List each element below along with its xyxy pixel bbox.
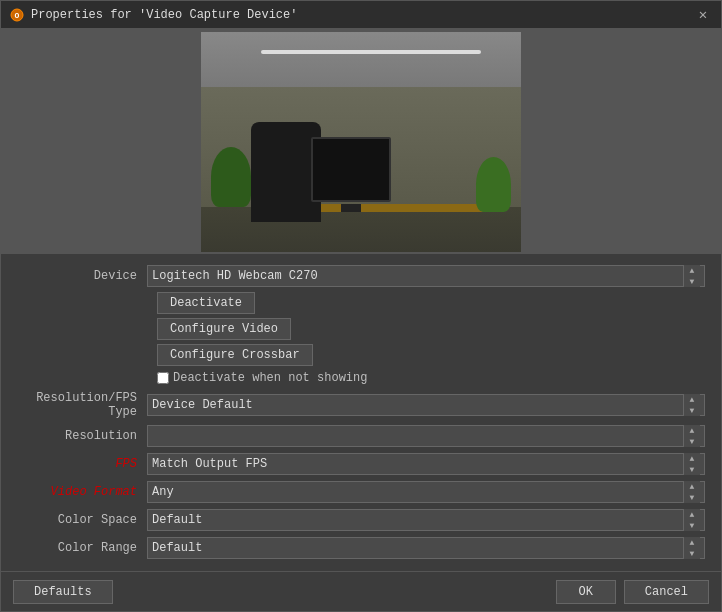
res-fps-arrow-up[interactable]: ▲ [684, 394, 700, 405]
resolution-select[interactable]: ▲ ▼ [147, 425, 705, 447]
video-format-control: Any ▲ ▼ [147, 481, 705, 503]
device-select-value: Logitech HD Webcam C270 [152, 269, 683, 283]
device-label: Device [17, 269, 147, 283]
preview-ceiling [201, 32, 521, 92]
resolution-control: ▲ ▼ [147, 425, 705, 447]
deactivate-when-showing-label: Deactivate when not showing [173, 371, 367, 385]
defaults-button[interactable]: Defaults [13, 580, 113, 604]
color-range-arrow-up[interactable]: ▲ [684, 537, 700, 548]
device-row: Device Logitech HD Webcam C270 ▲ ▼ [1, 262, 721, 290]
video-format-select[interactable]: Any ▲ ▼ [147, 481, 705, 503]
resolution-arrows: ▲ ▼ [683, 425, 700, 447]
deactivate-checkbox-row: Deactivate when not showing [141, 368, 721, 388]
fps-label: FPS [17, 457, 147, 471]
configure-video-button[interactable]: Configure Video [157, 318, 291, 340]
video-format-label: Video Format [17, 485, 147, 499]
resolution-label: Resolution [17, 429, 147, 443]
window-title: Properties for 'Video Capture Device' [31, 8, 693, 22]
color-range-arrows: ▲ ▼ [683, 537, 700, 559]
preview-monitor [311, 137, 391, 202]
configure-crossbar-row: Configure Crossbar [141, 342, 721, 368]
cancel-button[interactable]: Cancel [624, 580, 709, 604]
deactivate-row: Deactivate [141, 290, 721, 316]
resolution-row: Resolution ▲ ▼ [1, 422, 721, 450]
device-select-arrows: ▲ ▼ [683, 265, 700, 287]
color-range-control: Default ▲ ▼ [147, 537, 705, 559]
video-format-arrow-up[interactable]: ▲ [684, 481, 700, 492]
color-space-control: Default ▲ ▼ [147, 509, 705, 531]
color-range-select[interactable]: Default ▲ ▼ [147, 537, 705, 559]
deactivate-when-showing-checkbox[interactable] [157, 372, 169, 384]
video-preview [201, 32, 521, 252]
configure-crossbar-button[interactable]: Configure Crossbar [157, 344, 313, 366]
fps-value: Match Output FPS [152, 457, 683, 471]
configure-video-row: Configure Video [141, 316, 721, 342]
svg-text:O: O [15, 11, 20, 20]
res-fps-arrow-down[interactable]: ▼ [684, 405, 700, 416]
bottom-right-buttons: OK Cancel [556, 580, 709, 604]
deactivate-button[interactable]: Deactivate [157, 292, 255, 314]
color-space-row: Color Space Default ▲ ▼ [1, 506, 721, 534]
preview-plant-right [476, 157, 511, 212]
resolution-arrow-up[interactable]: ▲ [684, 425, 700, 436]
video-format-value: Any [152, 485, 683, 499]
color-space-arrow-down[interactable]: ▼ [684, 520, 700, 531]
color-range-value: Default [152, 541, 683, 555]
preview-plant-left [211, 147, 251, 207]
fps-control: Match Output FPS ▲ ▼ [147, 453, 705, 475]
color-range-arrow-down[interactable]: ▼ [684, 548, 700, 559]
fps-arrow-down[interactable]: ▼ [684, 464, 700, 475]
color-space-select[interactable]: Default ▲ ▼ [147, 509, 705, 531]
video-preview-area [1, 29, 721, 254]
resolution-fps-type-select[interactable]: Device Default ▲ ▼ [147, 394, 705, 416]
color-range-row: Color Range Default ▲ ▼ [1, 534, 721, 562]
video-format-row: Video Format Any ▲ ▼ [1, 478, 721, 506]
device-control: Logitech HD Webcam C270 ▲ ▼ [147, 265, 705, 287]
resolution-fps-type-label: Resolution/FPS Type [17, 391, 147, 419]
video-format-arrow-down[interactable]: ▼ [684, 492, 700, 503]
device-select[interactable]: Logitech HD Webcam C270 ▲ ▼ [147, 265, 705, 287]
video-format-arrows: ▲ ▼ [683, 481, 700, 503]
close-button[interactable]: ✕ [693, 5, 713, 25]
ok-button[interactable]: OK [556, 580, 616, 604]
properties-window: O Properties for 'Video Capture Device' … [0, 0, 722, 612]
fps-row: FPS Match Output FPS ▲ ▼ [1, 450, 721, 478]
titlebar: O Properties for 'Video Capture Device' … [1, 1, 721, 29]
fps-arrows: ▲ ▼ [683, 453, 700, 475]
resolution-fps-type-value: Device Default [152, 398, 683, 412]
fps-arrow-up[interactable]: ▲ [684, 453, 700, 464]
resolution-fps-type-row: Resolution/FPS Type Device Default ▲ ▼ [1, 388, 721, 422]
color-space-value: Default [152, 513, 683, 527]
content-area: Device Logitech HD Webcam C270 ▲ ▼ Deact… [1, 254, 721, 571]
color-space-label: Color Space [17, 513, 147, 527]
resolution-arrow-down[interactable]: ▼ [684, 436, 700, 447]
bottom-bar: Defaults OK Cancel [1, 571, 721, 611]
app-icon: O [9, 7, 25, 23]
fps-select[interactable]: Match Output FPS ▲ ▼ [147, 453, 705, 475]
preview-light [261, 50, 481, 54]
resolution-fps-type-arrows: ▲ ▼ [683, 394, 700, 416]
color-space-arrows: ▲ ▼ [683, 509, 700, 531]
device-arrow-down[interactable]: ▼ [684, 276, 700, 287]
color-space-arrow-up[interactable]: ▲ [684, 509, 700, 520]
color-range-label: Color Range [17, 541, 147, 555]
device-arrow-up[interactable]: ▲ [684, 265, 700, 276]
resolution-fps-type-control: Device Default ▲ ▼ [147, 394, 705, 416]
